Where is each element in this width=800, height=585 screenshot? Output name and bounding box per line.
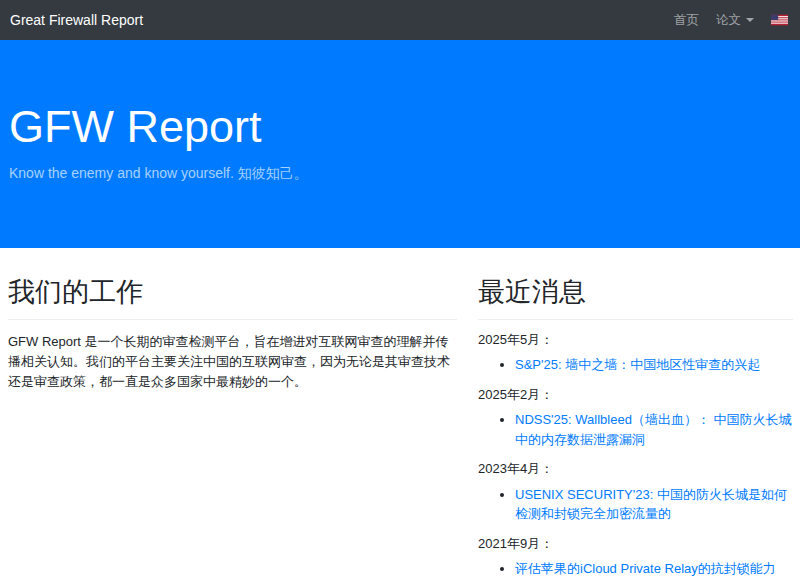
caret-down-icon (746, 18, 754, 22)
news-section: 最近消息 2025年5月： S&P'25: 墙中之墙：中国地区性审查的兴起 20… (478, 276, 793, 583)
news-list: 评估苹果的iCloud Private Relay的抗封锁能力 (478, 559, 793, 579)
language-toggle[interactable] (771, 14, 788, 26)
divider (8, 319, 457, 320)
news-date: 2021年9月： (478, 534, 793, 554)
hero: GFW Report Know the enemy and know yours… (0, 40, 800, 248)
news-item: USENIX SECURITY'23: 中国的防火长城是如何检测和封锁完全加密流… (515, 485, 793, 524)
news-link-usenix23[interactable]: USENIX SECURITY'23: 中国的防火长城是如何检测和封锁完全加密流… (515, 487, 787, 522)
navbar-links: 首页 论文 (657, 12, 788, 29)
news-item: S&P'25: 墙中之墙：中国地区性审查的兴起 (515, 355, 793, 375)
news-heading: 最近消息 (478, 276, 793, 310)
hero-title: GFW Report (9, 102, 790, 152)
news-item: NDSS'25: Wallbleed（墙出血）： 中国防火长城中的内存数据泄露漏… (515, 410, 793, 449)
nav-link-papers[interactable]: 论文 (716, 12, 754, 29)
hero-subtitle: Know the enemy and know yourself. 知彼知己。 (9, 165, 790, 183)
news-item: 评估苹果的iCloud Private Relay的抗封锁能力 (515, 559, 793, 579)
news-link-ndss25[interactable]: NDSS'25: Wallbleed（墙出血）： 中国防火长城中的内存数据泄露漏… (515, 412, 792, 447)
navbar-brand[interactable]: Great Firewall Report (10, 12, 143, 28)
navbar: Great Firewall Report 首页 论文 (0, 0, 800, 40)
news-list: USENIX SECURITY'23: 中国的防火长城是如何检测和封锁完全加密流… (478, 485, 793, 524)
nav-link-papers-label: 论文 (716, 12, 741, 29)
divider (478, 319, 793, 320)
our-work-paragraph: GFW Report 是一个长期的审查检测平台，旨在增进对互联网审查的理解并传播… (8, 332, 457, 392)
news-link-sp25[interactable]: S&P'25: 墙中之墙：中国地区性审查的兴起 (515, 357, 760, 372)
main-content: 我们的工作 GFW Report 是一个长期的审查检测平台，旨在增进对互联网审查… (0, 248, 800, 583)
nav-link-home[interactable]: 首页 (674, 12, 699, 29)
news-list: NDSS'25: Wallbleed（墙出血）： 中国防火长城中的内存数据泄露漏… (478, 410, 793, 449)
us-flag-icon (771, 14, 788, 26)
news-date: 2025年2月： (478, 385, 793, 405)
our-work-section: 我们的工作 GFW Report 是一个长期的审查检测平台，旨在增进对互联网审查… (8, 276, 457, 583)
news-list: S&P'25: 墙中之墙：中国地区性审查的兴起 (478, 355, 793, 375)
news-date: 2023年4月： (478, 459, 793, 479)
news-date: 2025年5月： (478, 330, 793, 350)
news-link-icloud-relay[interactable]: 评估苹果的iCloud Private Relay的抗封锁能力 (515, 561, 776, 576)
our-work-heading: 我们的工作 (8, 276, 457, 310)
